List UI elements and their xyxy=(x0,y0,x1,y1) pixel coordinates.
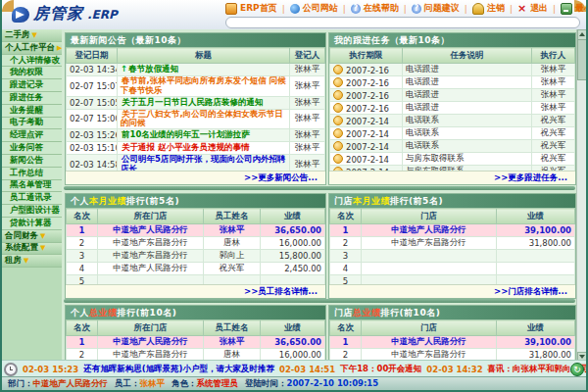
clock-badge-icon xyxy=(333,116,343,125)
value-cell: 15,800.00 xyxy=(261,250,325,263)
section-divider xyxy=(64,186,575,190)
panel-title-news: 最新新闻公告（最新10条） xyxy=(66,33,325,47)
store-rank-detail-link[interactable]: >>门店排名详情... xyxy=(329,284,575,298)
minimize-icon xyxy=(561,3,572,15)
task-row[interactable]: 2007-2-14 电话联系 祝兴军 xyxy=(330,127,575,140)
nav-separator: | xyxy=(553,4,556,14)
employee-value: 张林平 xyxy=(140,378,166,388)
news-row[interactable]: 02-03 15:26 前10名业绩的明年五一计划游拉萨 张林平 xyxy=(67,129,325,142)
news-title: 前10名业绩的明年五一计划游拉萨 xyxy=(118,129,290,142)
news-row[interactable]: 02-03 14:34 ↑春节放假通知 张林平 xyxy=(67,64,325,76)
task-row[interactable]: 2007-2-14 电话联系 祝兴军 xyxy=(330,115,575,127)
rank-row[interactable]: 1 中道地产人民路分行 张林平 36,650.00 xyxy=(67,224,325,237)
news-person: 张林平 xyxy=(290,76,325,97)
sidebar-item[interactable]: 贷款计算器 xyxy=(2,218,62,230)
nav-separator: | xyxy=(343,4,346,14)
task-person: 祝兴军 xyxy=(532,153,575,166)
rank-row[interactable]: 4 中道地产人民路分行 祝兴军 2,450.00 xyxy=(67,263,325,275)
news-row[interactable]: 02-07 15:00 关于三八妇女节,向公司的全体妇女表示节日的问候 张林平 xyxy=(67,109,325,129)
sidebar-item[interactable]: 租房 ▼ xyxy=(2,255,62,268)
rank-row[interactable]: 3 中道地产东昌路分行 郭向上 15,800.00 xyxy=(67,250,325,263)
name-cell: 祝兴军 xyxy=(204,263,261,275)
sidebar-item[interactable]: 跟进记录 xyxy=(2,79,62,92)
news-row[interactable]: 02-07 15:05 关于五月一日节日人民路店装修的通知 张林平 xyxy=(67,96,325,109)
ticker-message: 还有旭晖新构思(旭晖景苑)小户型，请大家及时推荐 xyxy=(83,364,274,375)
nav-erp-home[interactable]: ERP首页 xyxy=(225,2,277,15)
rank-row[interactable]: 2 中道地产东昌路分行 31,800.00 xyxy=(330,237,575,250)
more-news-link[interactable]: >>更多新闻公告... xyxy=(66,171,325,184)
sidebar-item[interactable]: 系统配置 ▼ xyxy=(2,243,62,256)
nav-minimize[interactable]: 最小化 xyxy=(561,2,586,15)
task-desc: 与房东取得联系 xyxy=(403,153,532,166)
task-date: 2007-2-16 xyxy=(330,64,403,76)
name-cell: 张林平 xyxy=(204,336,261,349)
rank-cell: 1 xyxy=(67,336,98,349)
sidebar-item[interactable]: 新闻公告 xyxy=(2,155,62,168)
sidebar-item[interactable]: 业务问答 xyxy=(2,142,62,155)
nav-exit[interactable]: 退出 xyxy=(517,2,548,15)
store-cell xyxy=(362,250,497,263)
sidebar-item[interactable]: 我的权限 xyxy=(2,67,62,79)
sidebar-item[interactable]: 电子考勤 xyxy=(2,118,62,130)
rank-row[interactable]: 1 中道地产人民路分行 39,100.00 xyxy=(330,224,575,237)
rank-row[interactable]: 1 中道地产人民路分行 39,100.00 xyxy=(330,336,575,349)
store-cell: 中道地产人民路分行 xyxy=(98,224,204,237)
rank-cell: 1 xyxy=(330,224,362,237)
tasks-header-row: 执行期限 任务说明 执行人 xyxy=(330,48,575,64)
rank-row[interactable]: 4 xyxy=(330,263,575,275)
nav-feedback[interactable]: 问题建议 xyxy=(412,2,460,15)
task-row[interactable]: 2007-2-16 电话跟进 张林平 xyxy=(330,76,575,89)
panel-title-personal-total: 个人总业绩排行(前10名) xyxy=(66,306,325,319)
panel-title-store-month: 门店本月业绩排行(前5名) xyxy=(329,194,575,208)
value-cell: 36,650.00 xyxy=(261,336,325,349)
sidebar-item[interactable]: 个人工作平台 ▶ xyxy=(2,42,62,55)
nav-online-help[interactable]: 在线帮助 xyxy=(351,2,399,15)
store-total-table: 名次 门店 业绩 1 中道地产人民路分行 39,100.00 2 xyxy=(329,319,575,365)
task-person: 张林平 xyxy=(532,64,575,76)
vertical-scrollbar[interactable] xyxy=(576,29,586,363)
more-tasks-link[interactable]: >>更多跟进任务... xyxy=(329,171,575,184)
sidebar-item[interactable]: 个人详情修改 xyxy=(2,55,62,68)
sidebar-item[interactable]: 合同财务 ▼ xyxy=(2,230,62,243)
dept-label: 部门： xyxy=(8,378,33,388)
news-row[interactable]: 02-03 15:10 关于通报 赵小平业务员违规的事情 张林平 xyxy=(67,142,325,155)
news-title: 关于通报 赵小平业务员违规的事情 xyxy=(118,142,290,155)
scrollbar-thumb[interactable] xyxy=(577,39,586,80)
rank-cell: 2 xyxy=(67,237,98,250)
employee-rank-detail-link[interactable]: >>员工排名详情... xyxy=(66,284,325,298)
news-row[interactable]: 02-07 15:07 春节前,张林平同志向所有房东发个短信 问候下春节快乐 张… xyxy=(67,76,325,97)
sidebar-item[interactable]: 黑名单管理 xyxy=(2,180,62,193)
sidebar-item[interactable]: 二手房 ▼ xyxy=(2,29,62,42)
news-title: 关于三八妇女节,向公司的全体妇女表示节日的问候 xyxy=(118,109,290,129)
news-ticker: 02-03 15:23 还有旭晖新构思(旭晖景苑)小户型，请大家及时推荐 02-… xyxy=(2,360,586,377)
panel-personal-total-rank: 个人总业绩排行(前10名) 名次 所在门店 员工姓名 业绩 1 中道地产人民路分… xyxy=(65,305,326,365)
value-cell: 39,100.00 xyxy=(497,336,575,349)
task-desc: 电话跟进 xyxy=(403,76,532,89)
sidebar-item[interactable]: 业务提醒 xyxy=(2,105,62,118)
store-cell: 中道地产东昌路分行 xyxy=(98,250,204,263)
sidebar-item[interactable]: 户型图设计器 xyxy=(2,205,62,218)
task-row[interactable]: 2007-2-16 电话跟进 张林平 xyxy=(330,89,575,102)
task-row[interactable]: 2007-2-14 电话联系 祝兴军 xyxy=(330,140,575,153)
nav-logoff[interactable]: 注销 xyxy=(472,2,505,15)
help-icon xyxy=(351,4,361,14)
task-row[interactable]: 2007-2-16 电话跟进 张林平 xyxy=(330,102,575,115)
value-cell xyxy=(497,250,575,263)
sidebar-item[interactable]: 经理点评 xyxy=(2,129,62,142)
rank-row[interactable]: 3 xyxy=(330,250,575,263)
home-icon xyxy=(225,3,237,15)
top-bar: 房管家 .ERP ERP首页 | 公司网站 | 在线帮助 | 问题建议 | 注销 xyxy=(2,0,586,30)
refresh-icon[interactable]: ↻ xyxy=(570,363,584,376)
task-person: 张林平 xyxy=(532,76,575,89)
nav-company-site[interactable]: 公司网站 xyxy=(290,2,338,15)
ticker-time: 02-03 14:51 xyxy=(279,365,335,374)
task-row[interactable]: 2007-2-14 与房东取得联系 祝兴军 xyxy=(330,153,575,166)
task-row[interactable]: 2007-2-16 电话跟进 张林平 xyxy=(330,64,575,76)
rank-row[interactable]: 1 中道地产人民路分行 张林平 36,650.00 xyxy=(67,336,325,349)
sidebar-item[interactable]: 跟进任务 xyxy=(2,92,62,105)
sidebar-item[interactable]: 员工通讯录 xyxy=(2,192,62,205)
sidebar-item[interactable]: 工作总结 xyxy=(2,168,62,180)
rank-row[interactable]: 2 中道地产东昌路分行 唐林 16,000.00 xyxy=(67,237,325,250)
chevron-icon: ▼ xyxy=(32,31,37,39)
store-cell: 中道地产人民路分行 xyxy=(98,263,204,275)
